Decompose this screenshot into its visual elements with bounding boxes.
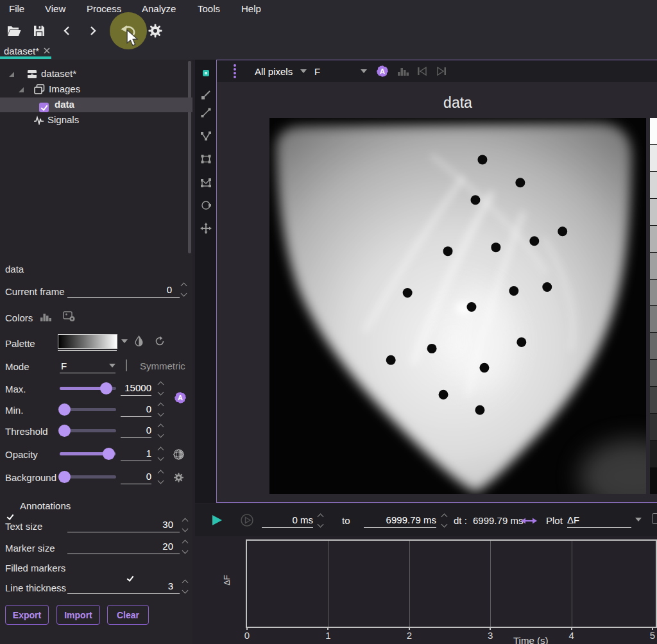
background-slider[interactable] [60, 475, 116, 479]
marker-dot[interactable] [386, 355, 396, 365]
marker-dot[interactable] [542, 282, 552, 292]
opacity-spinner[interactable] [158, 448, 163, 460]
menu-view[interactable]: View [45, 3, 65, 14]
marker-size-spinner[interactable] [183, 541, 187, 553]
marker-dot[interactable] [558, 226, 567, 236]
expander-icon[interactable] [19, 87, 24, 92]
auto-scale-icon[interactable]: A [173, 391, 187, 405]
marker-dot[interactable] [427, 344, 437, 353]
invert-palette-icon[interactable] [135, 335, 143, 346]
threshold-slider[interactable] [60, 429, 116, 432]
palette-dropdown-caret[interactable] [121, 339, 128, 343]
time-from-spinner[interactable] [318, 514, 323, 527]
plot-dropdown-caret[interactable] [635, 518, 642, 521]
import-button[interactable]: Import [56, 605, 100, 625]
polygon-tool-icon[interactable] [199, 175, 212, 189]
threshold-value-field[interactable]: 0 [121, 425, 151, 438]
histogram-icon[interactable] [40, 312, 53, 322]
min-slider[interactable] [60, 408, 116, 411]
pixels-dropdown-caret[interactable] [300, 69, 307, 95]
symmetric-checkbox[interactable] [126, 359, 127, 371]
viewer-mode-dropdown-caret[interactable] [361, 69, 367, 95]
line-tool-icon[interactable] [199, 106, 212, 119]
kebab-menu-icon[interactable] [233, 60, 237, 82]
viewer-histogram-icon[interactable] [397, 60, 410, 82]
marker-dot[interactable] [491, 242, 500, 252]
marker-dot[interactable] [516, 337, 526, 347]
clear-button[interactable]: Clear [107, 605, 149, 625]
reset-palette-icon[interactable] [155, 336, 165, 346]
background-gear-icon[interactable] [173, 472, 184, 483]
previous-frame-icon[interactable] [417, 60, 427, 82]
text-size-spinner[interactable] [183, 519, 187, 531]
line-thickness-field[interactable]: 3 [67, 580, 180, 594]
tree-item-data[interactable]: data [0, 97, 192, 112]
time-to-spinner[interactable] [442, 514, 447, 527]
open-folder-icon[interactable] [5, 22, 23, 40]
time-from-field[interactable]: 0 ms [262, 514, 313, 528]
menu-help[interactable]: Help [241, 3, 261, 14]
select-tool-icon[interactable] [199, 66, 212, 80]
max-value-field[interactable]: 15000 [121, 382, 151, 396]
ellipse-tool-icon[interactable] [199, 198, 212, 212]
max-spinner[interactable] [158, 382, 163, 394]
opacity-value-field[interactable]: 1 [121, 448, 151, 461]
rectangle-tool-icon[interactable] [199, 152, 212, 165]
pixels-dropdown[interactable]: All pixels [255, 60, 293, 82]
current-frame-spinner[interactable] [182, 284, 186, 296]
text-size-field[interactable]: 30 [67, 519, 180, 532]
draw-point-tool-icon[interactable] [199, 88, 212, 101]
mode-dropdown-caret[interactable] [109, 364, 115, 368]
marker-dot[interactable] [515, 178, 525, 187]
tree-item-images[interactable]: Images [0, 82, 192, 97]
play-icon[interactable] [212, 514, 223, 526]
signal-plot[interactable] [246, 539, 657, 628]
marker-dot[interactable] [529, 236, 539, 246]
background-spinner[interactable] [158, 471, 163, 483]
polyline-tool-icon[interactable] [199, 129, 212, 142]
image-view[interactable] [269, 118, 646, 494]
menu-process[interactable]: Process [87, 3, 121, 14]
overlay-checkbox-partial[interactable] [652, 513, 657, 524]
time-to-field[interactable]: 6999.79 ms [364, 514, 436, 528]
tab-dataset[interactable]: dataset* [4, 44, 50, 57]
next-frame-icon[interactable] [436, 60, 447, 82]
menu-file[interactable]: File [9, 3, 24, 14]
image-settings-icon[interactable] [63, 311, 76, 322]
line-thickness-spinner[interactable] [183, 580, 187, 593]
tree-item-signals[interactable]: Signals [0, 113, 192, 128]
marker-dot[interactable] [475, 405, 484, 415]
save-icon[interactable] [30, 22, 48, 40]
back-icon[interactable] [58, 22, 76, 40]
marker-dot[interactable] [470, 195, 480, 205]
menu-analyze[interactable]: Analyze [142, 3, 176, 14]
marker-dot[interactable] [443, 246, 453, 256]
max-slider[interactable] [60, 387, 116, 390]
marker-dot[interactable] [509, 286, 518, 296]
expander-icon[interactable] [9, 72, 14, 77]
palette-swatch[interactable] [58, 334, 117, 349]
viewer-auto-scale-icon[interactable]: A [375, 60, 389, 82]
marker-dot[interactable] [439, 390, 448, 400]
export-button[interactable]: Export [5, 605, 49, 625]
threshold-spinner[interactable] [158, 425, 163, 437]
min-value-field[interactable]: 0 [121, 403, 151, 417]
marker-dot[interactable] [403, 288, 413, 298]
marker-dot[interactable] [479, 363, 489, 373]
tree-item-dataset[interactable]: dataset* [0, 67, 192, 81]
marker-dot[interactable] [466, 302, 476, 312]
loop-icon[interactable] [240, 513, 254, 527]
mode-dropdown[interactable]: F [61, 360, 67, 371]
menu-tools[interactable]: Tools [198, 3, 220, 14]
sphere-icon[interactable] [173, 449, 184, 460]
marker-dot[interactable] [477, 155, 487, 164]
background-value-field[interactable]: 0 [121, 471, 151, 484]
sync-range-icon[interactable] [521, 517, 537, 525]
current-frame-field[interactable]: 0 [67, 284, 180, 298]
viewer-mode-dropdown[interactable]: F [314, 60, 320, 82]
forward-icon[interactable] [84, 22, 102, 40]
marker-size-field[interactable]: 20 [67, 541, 180, 554]
data-visibility-checkbox[interactable] [39, 103, 49, 112]
min-spinner[interactable] [158, 403, 163, 416]
opacity-slider[interactable] [60, 452, 116, 455]
